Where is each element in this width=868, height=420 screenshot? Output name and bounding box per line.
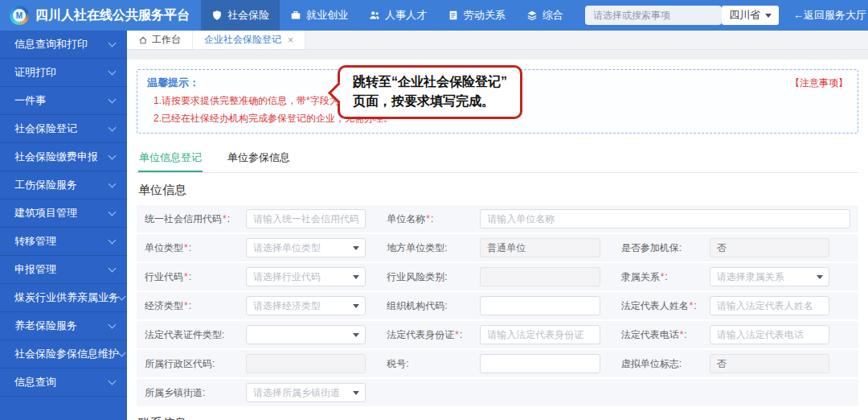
attention-items-link[interactable]: 【注意事项】: [790, 76, 848, 90]
platform-title: 四川人社在线公共服务平台: [35, 7, 190, 24]
field-label: 统一社会信用代码*:: [145, 212, 246, 226]
form-select[interactable]: 请选择行业代码: [246, 267, 366, 286]
chevron-down-icon: [108, 180, 117, 188]
readonly-field: 否: [710, 238, 829, 257]
field-label: 所属行政区代码:: [145, 357, 246, 371]
tab[interactable]: 企业社会保险登记×: [193, 31, 305, 49]
form-select[interactable]: [246, 325, 366, 344]
field-label: 是否参加机保:: [621, 241, 710, 255]
sidebar-item[interactable]: 社会保险参保信息维护: [0, 340, 127, 369]
field-label: 所属乡镇街道:: [145, 386, 246, 400]
platform-logo-icon: [10, 6, 29, 25]
form-row: 单位类型*:请选择单位类型地方单位类型:普通单位是否参加机保:否: [137, 234, 858, 261]
form-input[interactable]: [480, 209, 850, 229]
required-asterisk: *: [426, 213, 430, 224]
sidebar-item[interactable]: 煤炭行业供养亲属业务: [0, 284, 127, 312]
chevron-down-icon: [108, 237, 117, 245]
home-icon: [138, 35, 148, 45]
sidebar-item-label: 工伤保险服务: [14, 178, 77, 192]
sidebar-item-label: 社会保险参保信息维护: [14, 347, 119, 361]
required-asterisk: *: [223, 213, 227, 224]
chevron-down-icon: [108, 39, 117, 47]
tab-label: 企业社会保险登记: [204, 33, 281, 47]
form-input[interactable]: [710, 296, 829, 315]
sidebar-item[interactable]: 社会保险登记: [0, 115, 127, 143]
chevron-down-icon: [108, 321, 117, 329]
chevron-down-icon: [108, 208, 117, 216]
form-input[interactable]: [710, 325, 829, 344]
chevron-down-icon: [108, 124, 117, 132]
sidebar-item[interactable]: 信息查询: [0, 369, 127, 397]
callout-line: 页面，按要求填写完成。: [353, 92, 507, 111]
app-window: 四川人社在线公共服务平台 社会保险就业创业人事人才劳动关系综合 四川省 ←返回服…: [0, 0, 868, 420]
required-asterisk: *: [184, 300, 188, 311]
sidebar-item[interactable]: 养老保险服务: [0, 312, 127, 340]
field-label: 隶属关系*:: [621, 270, 710, 284]
field-label: 法定代表身份证*:: [387, 328, 480, 342]
form-input[interactable]: [480, 354, 600, 373]
sidebar-item-label: 转移管理: [14, 234, 56, 249]
caret-down-icon: [353, 246, 359, 250]
sidebar-item-label: 信息查询: [14, 375, 56, 389]
chevron-down-icon: [108, 377, 117, 385]
form-input[interactable]: [246, 209, 366, 229]
layers-icon: [526, 10, 538, 21]
registration-form: 单位信息统一社会信用代码*:单位名称*:单位类型*:请选择单位类型地方单位类型:…: [137, 183, 858, 420]
readonly-field: [480, 267, 600, 286]
sidebar-item[interactable]: 社会保险缴费申报: [0, 143, 127, 171]
form-input[interactable]: [480, 296, 600, 315]
sub-tab[interactable]: 单位参保信息: [227, 145, 291, 172]
nav-item[interactable]: 劳动关系: [437, 0, 516, 31]
nav-item[interactable]: 人事人才: [358, 0, 437, 31]
top-nav: 社会保险就业创业人事人才劳动关系综合: [201, 0, 574, 31]
sidebar-item[interactable]: 工伤保险服务: [0, 171, 127, 200]
sidebar-item-label: 信息查询和打印: [14, 37, 88, 51]
region-selector[interactable]: 四川省: [722, 6, 779, 25]
form-select[interactable]: 请选择经济类型: [246, 296, 366, 315]
form-row: 所属行政区代码:税号:虚拟单位标志:否: [137, 350, 858, 377]
sidebar-item[interactable]: 信息查询和打印: [0, 31, 127, 59]
required-asterisk: *: [680, 329, 684, 340]
form-row: 法定代表证件类型:法定代表身份证*:法定代表电话*:: [137, 321, 858, 348]
chevron-down-icon: [118, 293, 126, 301]
sidebar-item-label: 一件事: [14, 93, 46, 108]
tab[interactable]: 工作台: [127, 31, 193, 49]
nav-item-label: 劳动关系: [464, 8, 506, 23]
sidebar-item[interactable]: 一件事: [0, 87, 127, 115]
sidebar-item[interactable]: 证明打印: [0, 59, 127, 87]
sub-tab[interactable]: 单位信息登记: [138, 145, 203, 172]
nav-item[interactable]: 就业创业: [280, 0, 358, 31]
sidebar-item[interactable]: 转移管理: [0, 228, 127, 256]
caret-down-icon: [817, 275, 823, 279]
sidebar-item[interactable]: 申报管理: [0, 256, 127, 284]
required-asterisk: *: [184, 242, 188, 253]
people-icon: [369, 10, 380, 21]
sidebar-item-label: 煤炭行业供养亲属业务: [14, 290, 119, 305]
chevron-down-icon: [108, 152, 117, 160]
nav-item-label: 社会保险: [227, 8, 269, 23]
search-input[interactable]: [585, 6, 722, 25]
caret-down-icon: [765, 14, 772, 18]
close-icon[interactable]: ×: [288, 35, 293, 46]
form-select[interactable]: 请选择单位类型: [246, 238, 366, 257]
search-box: [585, 6, 722, 25]
main-area: 工作台企业社会保险登记× 温馨提示： 1.请按要求提供完整准确的信息，带*字段为…: [127, 31, 868, 420]
tab-label: 工作台: [152, 33, 181, 47]
sidebar-item[interactable]: 建筑项目管理: [0, 200, 127, 228]
sidebar-item-label: 建筑项目管理: [14, 206, 77, 220]
form-select[interactable]: 请选择所属乡镇街道: [246, 383, 366, 402]
tab-gap-strip: [127, 50, 868, 60]
field-label: 单位名称*:: [387, 212, 480, 226]
field-label: 组织机构代码:: [387, 299, 480, 313]
back-to-hall-link[interactable]: ←返回服务大厅: [793, 8, 866, 23]
readonly-field: 普通单位: [480, 238, 600, 257]
nav-item[interactable]: 社会保险: [201, 0, 280, 31]
chevron-down-icon: [118, 349, 126, 357]
field-label: 单位类型*:: [145, 241, 246, 255]
nav-item[interactable]: 综合: [516, 0, 574, 31]
caret-down-icon: [353, 391, 359, 395]
form-select[interactable]: 请选择隶属关系: [710, 267, 829, 286]
field-label: 行业风险类别:: [387, 270, 480, 284]
form-input[interactable]: [480, 325, 600, 344]
required-asterisk: *: [661, 271, 665, 282]
